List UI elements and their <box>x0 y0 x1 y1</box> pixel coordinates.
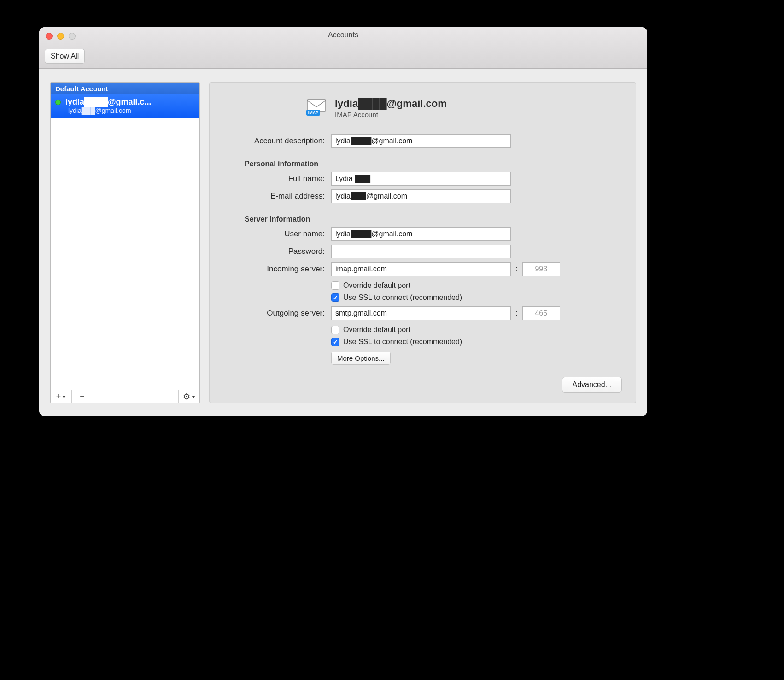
incoming-override-port-checkbox[interactable] <box>331 281 339 290</box>
accounts-window: Accounts Show All Default Account lydia█… <box>39 27 647 416</box>
svg-text:IMAP: IMAP <box>308 111 319 115</box>
email-address-field[interactable] <box>331 189 511 203</box>
sidebar-account-name: lydia████@gmail.c... <box>65 97 152 107</box>
account-actions-button[interactable]: ⚙ <box>178 390 199 403</box>
chevron-down-icon <box>192 396 195 398</box>
incoming-ssl-label: Use SSL to connect (recommended) <box>343 293 462 302</box>
password-field[interactable] <box>331 245 511 258</box>
account-header: IMAP lydia████@gmail.com IMAP Account <box>306 98 622 118</box>
toolbar: Show All <box>45 49 85 64</box>
full-name-label: Full name: <box>223 171 325 186</box>
sidebar-account-item[interactable]: lydia████@gmail.c... lydia███@gmail.com <box>51 94 199 118</box>
plus-icon: + <box>56 392 61 401</box>
outgoing-override-port-label: Override default port <box>343 326 410 334</box>
outgoing-ssl-label: Use SSL to connect (recommended) <box>343 338 462 346</box>
add-account-button[interactable]: + <box>51 390 72 403</box>
sidebar-empty-area <box>51 118 199 390</box>
password-label: Password: <box>223 244 325 259</box>
account-description-field[interactable] <box>331 134 511 148</box>
show-all-button[interactable]: Show All <box>45 49 85 64</box>
titlebar: Accounts Show All <box>39 27 647 69</box>
sidebar-account-subtitle: lydia███@gmail.com <box>55 107 195 114</box>
server-info-section: Server information <box>223 205 622 225</box>
outgoing-server-field[interactable] <box>331 306 511 320</box>
personal-info-section: Personal information <box>223 150 622 170</box>
email-address-label: E-mail address: <box>223 189 325 204</box>
account-title: lydia████@gmail.com <box>335 98 447 110</box>
window-title: Accounts <box>39 31 647 39</box>
account-form: Account description: Personal informatio… <box>223 132 622 393</box>
outgoing-port-field[interactable] <box>522 306 560 320</box>
advanced-button[interactable]: Advanced... <box>562 377 622 393</box>
sidebar-section-header: Default Account <box>51 83 199 94</box>
accounts-sidebar: Default Account lydia████@gmail.c... lyd… <box>50 82 200 403</box>
user-name-field[interactable] <box>331 227 511 241</box>
incoming-port-field[interactable] <box>522 262 560 276</box>
port-separator: : <box>515 264 518 274</box>
status-online-icon <box>55 100 61 105</box>
port-separator: : <box>515 309 518 318</box>
sidebar-footer: + − ⚙ <box>51 390 199 403</box>
outgoing-override-port-checkbox[interactable] <box>331 326 339 334</box>
incoming-server-label: Incoming server: <box>223 262 325 276</box>
more-options-button[interactable]: More Options... <box>331 352 391 365</box>
incoming-override-port-label: Override default port <box>343 281 410 290</box>
imap-envelope-icon: IMAP <box>306 98 328 116</box>
gear-icon: ⚙ <box>183 392 190 402</box>
account-detail-panel: IMAP lydia████@gmail.com IMAP Account Ac… <box>209 82 636 403</box>
user-name-label: User name: <box>223 227 325 241</box>
remove-account-button[interactable]: − <box>72 390 93 403</box>
content-area: Default Account lydia████@gmail.c... lyd… <box>39 69 647 416</box>
account-type-label: IMAP Account <box>335 111 447 118</box>
outgoing-ssl-checkbox[interactable] <box>331 338 339 346</box>
account-description-label: Account description: <box>223 134 325 148</box>
incoming-server-field[interactable] <box>331 262 511 276</box>
full-name-field[interactable] <box>331 172 511 186</box>
chevron-down-icon <box>62 396 66 398</box>
outgoing-server-label: Outgoing server: <box>223 306 325 321</box>
minus-icon: − <box>80 392 85 401</box>
incoming-ssl-checkbox[interactable] <box>331 293 339 302</box>
